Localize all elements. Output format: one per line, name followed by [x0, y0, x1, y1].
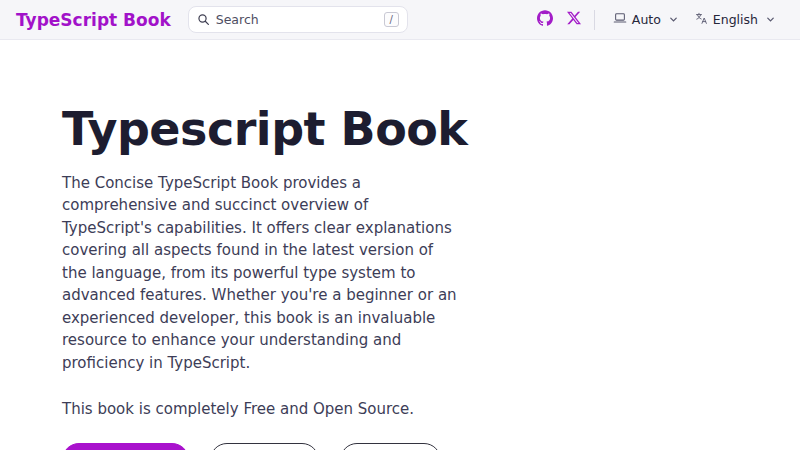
chevron-down-icon [668, 14, 679, 25]
read-now-button[interactable]: Read now! → [62, 443, 189, 450]
site-logo[interactable]: TypeScript Book [16, 10, 171, 30]
search-box[interactable]: / [188, 6, 408, 33]
search-input[interactable] [216, 12, 384, 27]
hero-actions: Read now! → GitHub X.com [62, 443, 800, 450]
github-button[interactable]: GitHub [210, 443, 319, 450]
language-menu[interactable]: English [687, 12, 784, 28]
page-title: Typescript Book [62, 104, 800, 155]
appearance-label: Auto [632, 12, 661, 27]
chevron-down-icon [765, 14, 776, 25]
hero-tagline: This book is completely Free and Open So… [62, 398, 800, 421]
hero-section: Typescript Book The Concise TypeScript B… [0, 40, 800, 450]
appearance-toggle[interactable]: Auto [605, 11, 687, 28]
top-nav: TypeScript Book / [0, 0, 800, 40]
x-link[interactable] [560, 10, 588, 29]
hero-description: The Concise TypeScript Book provides a c… [62, 172, 462, 375]
header-actions: Auto English [530, 10, 784, 30]
github-icon [537, 10, 553, 30]
x-icon [567, 10, 581, 29]
nav-divider [594, 10, 595, 30]
github-link[interactable] [530, 10, 560, 30]
translate-icon [695, 12, 708, 28]
search-shortcut-key: / [384, 12, 399, 27]
language-label: English [713, 12, 758, 27]
x-com-button[interactable]: X.com [340, 443, 442, 450]
search-icon [197, 13, 210, 26]
laptop-icon [613, 11, 627, 28]
